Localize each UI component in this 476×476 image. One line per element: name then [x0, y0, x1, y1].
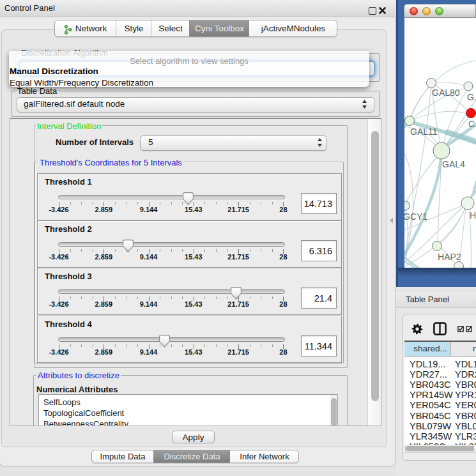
- svg-text:C..: C..: [468, 119, 476, 129]
- svg-text:HAP2: HAP2: [438, 252, 461, 262]
- svg-text:H..: H..: [470, 210, 476, 220]
- svg-text:G..: G..: [467, 92, 476, 102]
- svg-text:GCY1: GCY1: [404, 211, 427, 222]
- svg-text:GAL4: GAL4: [442, 159, 465, 169]
- svg-text:GAL80: GAL80: [432, 88, 460, 98]
- svg-text:GAL11: GAL11: [410, 127, 438, 137]
